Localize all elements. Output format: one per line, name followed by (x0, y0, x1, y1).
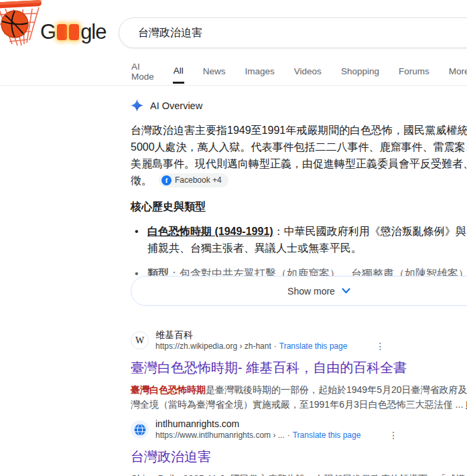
bullet-marker: • (135, 223, 139, 240)
globe-favicon-icon (131, 420, 149, 439)
tab-ai-mode[interactable]: AI Mode (131, 59, 155, 84)
search-query-text[interactable]: 台灣政治迫害 (138, 26, 202, 40)
result-url[interactable]: https://zh.wikipedia.org › zh-hant (155, 341, 271, 351)
highlighted-keyword: 臺灣白色恐怖時期 (131, 384, 206, 395)
result-snippet: China Daily, 2025-11-9: 國民黨主席警告說，在現任民進黨政… (131, 471, 467, 476)
paragraph-line: 5000人處決，萬人入獄。代表事件包括二二八事件、鹿窟事件、雷震案、陳文成事件 (131, 139, 467, 155)
results-nav-bar: AI Mode All News Images Videos Shopping … (0, 59, 467, 86)
search-result-intlhumanrights: intlhumanrights.com https://www.intlhuma… (131, 418, 467, 476)
more-options-icon[interactable]: ⋮ (389, 432, 398, 439)
result-header[interactable]: W 维基百科 https://zh.wikipedia.org › zh-han… (131, 329, 467, 351)
google-doodle-logo[interactable]: G gle (40, 20, 107, 44)
result-header[interactable]: intlhumanrights.com https://www.intlhuma… (131, 418, 467, 441)
translate-link[interactable]: Translate this page (293, 430, 361, 441)
facebook-chip-label: Facebook +4 (175, 172, 222, 189)
tab-more[interactable]: More (448, 59, 467, 84)
doodle-block-icon (69, 24, 79, 40)
ai-overview-header: AI Overview (131, 99, 467, 112)
result-site-name[interactable]: 维基百科 (155, 329, 385, 341)
result-title-link[interactable]: 台灣政治迫害 (131, 448, 467, 465)
url-separator: · (287, 430, 290, 441)
wikipedia-favicon-icon: W (131, 331, 149, 349)
ai-overview-paragraph: 台灣政治迫害主要指1949至1991年戒嚴期間的白色恐怖，國民黨威權統治下約40… (131, 122, 467, 189)
list-item: • 白色恐怖時期 (1949-1991)：中華民國政府利用《懲治叛亂條例》與《戒… (131, 223, 467, 256)
doodle-block-icon (57, 24, 67, 40)
paragraph-line: 徵。 f Facebook +4 (131, 172, 467, 189)
more-options-icon[interactable]: ⋮ (375, 343, 385, 349)
ai-section-heading: 核心歷史與類型 (131, 200, 467, 214)
logo-letters-gle: gle (80, 20, 106, 44)
result-url[interactable]: https://www.intlhumanrights.com › ... (155, 430, 285, 441)
url-separator: · (274, 341, 277, 351)
term-link[interactable]: 白色恐怖時期 (1949-1991) (147, 226, 273, 237)
ai-sparkle-icon (131, 99, 143, 112)
tab-shopping[interactable]: Shopping (340, 59, 380, 84)
paragraph-line: 美麗島事件。現代則邁向轉型正義，由促進轉型正義委員會平反受難者、清理威權象 (131, 155, 467, 172)
show-more-label: Show more (287, 286, 335, 297)
ai-overview-label: AI Overview (150, 100, 202, 111)
search-bar[interactable]: 台灣政治迫害 (119, 17, 467, 48)
doodle-oo-blocks (57, 24, 79, 40)
result-title-link[interactable]: 臺灣白色恐怖時期- 維基百科，自由的百科全書 (131, 359, 467, 376)
show-more-button[interactable]: Show more (131, 276, 467, 306)
tab-all[interactable]: All (173, 59, 184, 84)
logo-letter-g: G (40, 20, 56, 44)
paragraph-line: 台灣政治迫害主要指1949至1991年戒嚴期間的白色恐怖，國民黨威權統治下約40… (131, 122, 467, 139)
tab-forums[interactable]: Forums (398, 59, 430, 84)
result-site-name[interactable]: intlhumanrights.com (155, 418, 398, 430)
chevron-down-icon (342, 288, 350, 294)
facebook-sources-chip[interactable]: f Facebook +4 (159, 173, 228, 187)
search-tabs: AI Mode All News Images Videos Shopping … (131, 59, 467, 86)
tab-news[interactable]: News (202, 59, 226, 84)
tab-videos[interactable]: Videos (293, 59, 322, 84)
facebook-icon: f (161, 175, 172, 185)
search-result-wikipedia: W 维基百科 https://zh.wikipedia.org › zh-han… (131, 329, 467, 412)
basketball-doodle[interactable] (0, 0, 43, 50)
result-snippet: 臺灣白色恐怖時期是臺灣戰後時期的一部份，起始於1949年5月20日臺灣省政府及臺… (131, 382, 467, 412)
translate-link[interactable]: Translate this page (279, 341, 348, 351)
tab-images[interactable]: Images (245, 59, 275, 84)
